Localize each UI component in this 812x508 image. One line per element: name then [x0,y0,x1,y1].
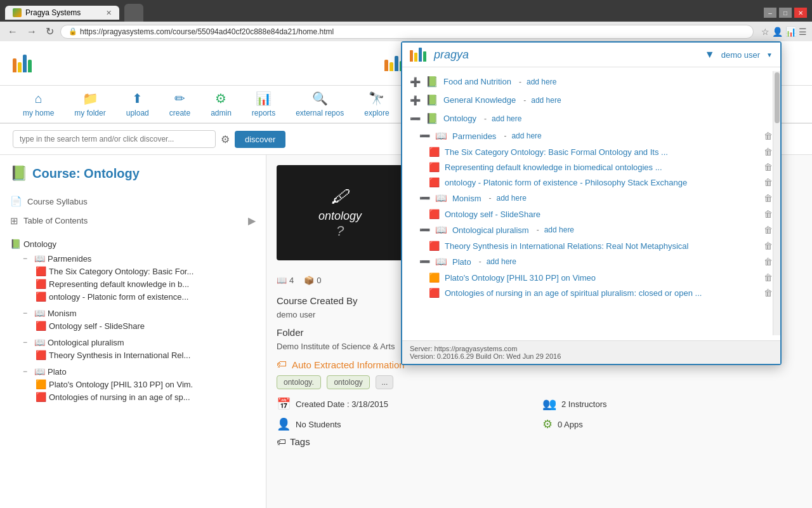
popup-item-ontology: ➖ 📗 Ontology - add here [410,109,773,128]
filter-icon[interactable]: ▼ [705,49,715,60]
popup-user-arrow[interactable]: ▼ [766,51,773,58]
tree-doc-op-1[interactable]: 🟥 Theory Synthesis in International Rel.… [36,349,256,361]
add-here-food[interactable]: add here [527,77,556,86]
theory-synthesis-label[interactable]: Theory Synthesis in International Relati… [445,241,688,251]
window-maximize-button[interactable]: □ [779,8,792,18]
popup-user-label[interactable]: demo user [721,50,760,60]
ontology-self-label[interactable]: Ontology self - SlideShare [445,210,540,219]
monism-book-icon: 📖 [34,308,45,318]
discover-button[interactable]: discover [235,131,285,148]
delete-icon-default-knowledge[interactable]: 🗑 [764,162,773,172]
monism-popup-label[interactable]: Monism [452,194,481,203]
browser-tab-inactive[interactable] [124,4,143,22]
calendar-icon: 📅 [277,397,291,411]
general-label[interactable]: General Knowledge [443,95,516,105]
menu-button[interactable]: ☰ [799,27,807,37]
nav-create[interactable]: ✏ create [159,86,200,123]
tab-close-button[interactable]: ✕ [106,9,112,17]
parmenides-node[interactable]: − 📖 Parmenides [23,252,256,265]
parmenides-toggle[interactable]: − [23,254,32,263]
apps-icon: ⚙ [542,417,553,431]
ontological-pluralism-toggle[interactable]: − [23,338,32,347]
minus-icon-monism[interactable]: ➖ [419,193,430,203]
window-close-button[interactable]: ✕ [794,8,807,18]
window-minimize-button[interactable]: – [764,8,776,18]
students-label: No Students [296,420,341,429]
popup-scrollbar[interactable] [773,71,780,335]
food-label[interactable]: Food and Nutrition [443,77,511,86]
ontologies-nursing-label[interactable]: Ontologies of nursing in an age of spiri… [445,288,702,298]
search-input[interactable] [13,130,216,148]
forward-button[interactable]: → [24,25,39,39]
delete-icon-monism[interactable]: 🗑 [764,193,773,203]
platonic-label[interactable]: ontology - Platonic form of existence - … [445,178,687,187]
ontological-pluralism-node[interactable]: − 📖 Ontological pluralism [23,336,256,349]
course-syllabus-link[interactable]: 📄 Course Syllabus [10,192,256,211]
delete-icon-op[interactable]: 🗑 [764,225,773,235]
add-here-plato[interactable]: add here [487,257,516,266]
popup-scrollbar-thumb[interactable] [775,72,780,123]
minus-icon-plato[interactable]: ➖ [419,257,430,267]
doc-icon-six-cat: 🟥 [429,147,440,157]
default-knowledge-label[interactable]: Representing default knowledge in biomed… [445,163,662,172]
op-popup-label[interactable]: Ontological pluralism [452,225,529,235]
add-icon-food[interactable]: ➕ [410,77,421,87]
tree-doc-plato-2[interactable]: 🟥 Ontologies of nursing in an age of sp.… [36,391,256,403]
add-icon-general[interactable]: ➕ [410,95,421,105]
delete-icon-six-cat[interactable]: 🗑 [764,147,773,157]
nav-my-folder[interactable]: 📁 my folder [64,86,115,123]
nav-my-home[interactable]: ⌂ my home [13,86,64,123]
tree-doc-3[interactable]: 🟥 ontology - Platonic form of existence.… [36,290,256,303]
monism-node[interactable]: − 📖 Monism [23,307,256,319]
monism-toggle[interactable]: − [23,309,32,318]
doc-icon-theory-synthesis: 🟥 [429,241,440,251]
tree-item-parmenides: − 📖 Parmenides 🟥 The Six Category Ontolo… [23,250,256,305]
tree-doc-monism-1[interactable]: 🟥 Ontology self - SlideShare [36,319,256,332]
add-here-parmenides[interactable]: add here [511,131,541,140]
back-button[interactable]: ← [5,25,20,39]
add-here-op[interactable]: add here [544,225,574,234]
minus-icon-op[interactable]: ➖ [419,225,430,235]
six-cat-label[interactable]: The Six Category Ontology: Basic Formal … [445,147,668,157]
add-here-ontology[interactable]: add here [492,114,521,123]
add-here-monism[interactable]: add here [497,194,527,203]
nav-upload[interactable]: ⬆ upload [116,86,159,123]
plato-node[interactable]: − 📖 Plato [23,365,256,378]
tag-chip-1: ontology. [277,375,321,389]
delete-icon-ontologies-nursing[interactable]: 🗑 [764,288,773,298]
delete-icon-theory-synthesis[interactable]: 🗑 [764,241,773,251]
refresh-button[interactable]: ↻ [43,24,56,39]
tree-doc-2[interactable]: 🟥 Representing default knowledge in b... [36,277,256,290]
delete-icon-platos-ontology[interactable]: 🗑 [764,272,773,283]
extensions-button[interactable]: 📊 [785,27,796,37]
ontology-popup-label[interactable]: Ontology [443,114,476,123]
address-bar[interactable]: 🔒 https://pragyasystems.com/course/55094… [60,25,754,39]
nav-reports[interactable]: 📊 reports [242,86,285,123]
browser-tab-active[interactable]: Pragya Systems ✕ [5,6,119,20]
delete-icon-parmenides[interactable]: 🗑 [764,131,773,141]
nav-admin[interactable]: ⚙ admin [200,86,242,123]
delete-icon-ontology-self[interactable]: 🗑 [764,209,773,219]
tree-doc-1[interactable]: 🟥 The Six Category Ontology: Basic For..… [36,265,256,277]
nav-explore[interactable]: 🔭 explore [354,86,399,123]
profile-button[interactable]: 👤 [772,27,783,37]
minus-icon-ontology[interactable]: ➖ [410,114,421,124]
tab-title: Pragya Systems [25,8,81,17]
add-here-general[interactable]: add here [531,96,561,105]
settings-button[interactable]: ⚙ [221,133,230,145]
delete-icon-plato[interactable]: 🗑 [764,257,773,267]
plato-toggle[interactable]: − [23,367,32,376]
ontology-node[interactable]: 📗 Ontology [10,237,256,250]
tree-doc-plato-1[interactable]: 🟧 Plato's Ontology [PHIL 310 PP] on Vim. [36,378,256,391]
plato-popup-label[interactable]: Plato [452,257,471,267]
platos-ontology-label[interactable]: Plato's Ontology [PHIL 310 PP] on Vimeo [445,273,596,283]
parmenides-popup-label[interactable]: Parmenides [452,131,496,141]
toc-collapse-button[interactable]: ▶ [248,215,256,227]
bookmark-button[interactable]: ☆ [761,27,769,37]
more-tags-button[interactable]: ... [376,375,393,389]
apps-item: ⚙ 0 Apps [542,417,802,431]
delete-icon-platonic[interactable]: 🗑 [764,177,773,187]
nav-external-repos[interactable]: 🔍 external repos [285,86,354,123]
book-icon-food: 📗 [426,76,438,88]
minus-icon-parmenides[interactable]: ➖ [419,131,430,141]
